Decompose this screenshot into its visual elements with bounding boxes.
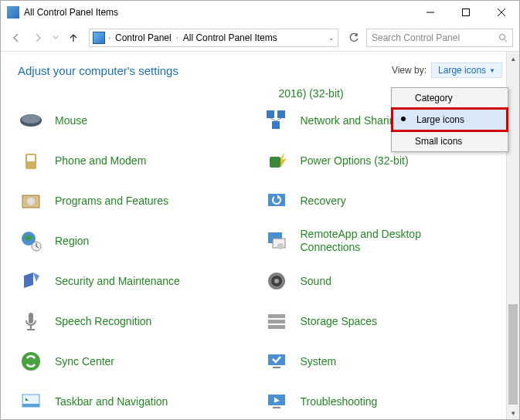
system-icon [263,348,290,374]
svg-line-5 [505,39,507,42]
view-by-label: View by: [392,65,427,76]
item-label: Storage Spaces [301,315,378,328]
item-label: Recovery [301,195,346,208]
up-button[interactable] [64,29,83,47]
titlebar: All Control Panel Items [1,1,519,24]
breadcrumb-separator: › [108,34,110,42]
view-by-selector[interactable]: Large icons ▼ [431,63,502,78]
arrow-right-icon [32,32,43,43]
back-button[interactable] [7,29,25,47]
programs-icon [18,188,44,214]
remoteapp-icon [263,228,290,254]
forward-button[interactable] [29,29,47,47]
refresh-button[interactable] [345,29,363,47]
svg-rect-34 [268,325,285,329]
view-by-value: Large icons [438,65,486,76]
mouse-icon [18,107,44,134]
svg-rect-15 [270,157,280,168]
item-region[interactable]: Region [18,228,257,254]
network-icon [263,107,290,134]
svg-point-35 [22,352,40,371]
chevron-down-icon [53,35,59,41]
item-label: Region [55,235,89,248]
taskbar-icon [18,388,44,415]
item-programs-features[interactable]: Programs and Features [18,188,257,214]
maximize-icon [462,8,470,16]
item-troubleshooting[interactable]: Troubleshooting [263,388,503,415]
sync-icon [18,348,44,374]
view-by-control: View by: Large icons ▼ [392,63,502,78]
close-button[interactable] [484,1,519,24]
partial-item-left [55,87,279,100]
phone-icon [18,147,44,174]
arrow-left-icon [11,32,22,43]
svg-rect-1 [463,9,470,16]
svg-rect-41 [273,407,280,408]
item-security-maintenance[interactable]: Security and Maintenance [18,268,257,294]
recovery-icon [263,188,290,214]
scroll-up-button[interactable]: ▴ [507,52,519,65]
dropdown-item-category[interactable]: Category [392,88,508,108]
item-label: Phone and Modem [55,154,146,168]
window-title: All Control Panel Items [24,7,413,18]
breadcrumb-root[interactable]: Control Panel [114,31,173,45]
svg-rect-33 [268,320,285,323]
navbar: › Control Panel › All Control Panel Item… [1,24,519,52]
item-label: Power Options (32-bit) [301,154,409,168]
search-box[interactable]: Search Control Panel [366,29,513,47]
maximize-button[interactable] [448,1,484,24]
item-system[interactable]: System [263,348,503,374]
scroll-down-button[interactable]: ▾ [507,406,519,419]
item-label: Mouse [55,114,87,127]
svg-line-12 [276,118,281,121]
sound-icon [263,268,290,294]
item-taskbar-navigation[interactable]: Taskbar and Navigation [18,388,257,415]
address-bar[interactable]: › Control Panel › All Control Panel Item… [89,29,338,47]
item-storage-spaces[interactable]: Storage Spaces [263,308,503,334]
dropdown-item-large-icons[interactable]: Large icons [393,110,506,130]
breadcrumb-separator: › [176,34,178,42]
item-label: Security and Maintenance [55,275,180,288]
speech-icon [18,308,44,334]
item-label: Sync Center [55,355,114,368]
dropdown-label: Large icons [416,114,464,125]
svg-rect-8 [267,110,274,118]
item-remoteapp[interactable]: RemoteApp and Desktop Connections [263,228,503,254]
search-placeholder: Search Control Panel [372,32,460,43]
item-speech-recognition[interactable]: Speech Recognition [18,308,257,334]
storage-icon [263,308,290,334]
svg-point-7 [22,114,40,124]
page-heading: Adjust your computer's settings [18,64,178,77]
item-label: Speech Recognition [55,315,151,328]
dropdown-item-small-icons[interactable]: Small icons [392,131,508,151]
item-recovery[interactable]: Recovery [263,188,503,214]
svg-rect-10 [272,121,280,129]
item-mouse[interactable]: Mouse [18,107,257,134]
item-sync-center[interactable]: Sync Center [18,348,257,374]
selected-bullet-icon [401,117,406,121]
recent-locations-button[interactable] [50,29,61,47]
scroll-thumb[interactable] [508,304,518,405]
heading-row: Adjust your computer's settings View by:… [1,52,519,84]
address-dropdown-icon[interactable]: ⌄ [328,34,335,42]
dropdown-label: Small icons [415,136,462,147]
items-grid: Mouse Network and Sharing Center Phone a… [18,107,502,415]
breadcrumb-current[interactable]: All Control Panel Items [182,31,279,45]
item-label: Sound [301,275,331,288]
minimize-button[interactable] [413,1,448,24]
view-by-dropdown: Category Large icons Small icons [391,87,508,152]
dropdown-label: Category [415,93,453,103]
item-label: Programs and Features [55,195,168,208]
scroll-track[interactable] [507,65,519,406]
svg-point-4 [500,34,505,39]
security-icon [18,268,44,294]
search-icon [498,33,508,42]
svg-rect-37 [273,367,280,368]
svg-rect-9 [277,110,285,118]
svg-point-25 [277,243,284,249]
control-panel-icon [7,6,19,19]
item-phone-modem[interactable]: Phone and Modem [18,147,257,174]
item-label: System [301,355,337,368]
close-icon [498,8,505,16]
item-sound[interactable]: Sound [263,268,503,294]
